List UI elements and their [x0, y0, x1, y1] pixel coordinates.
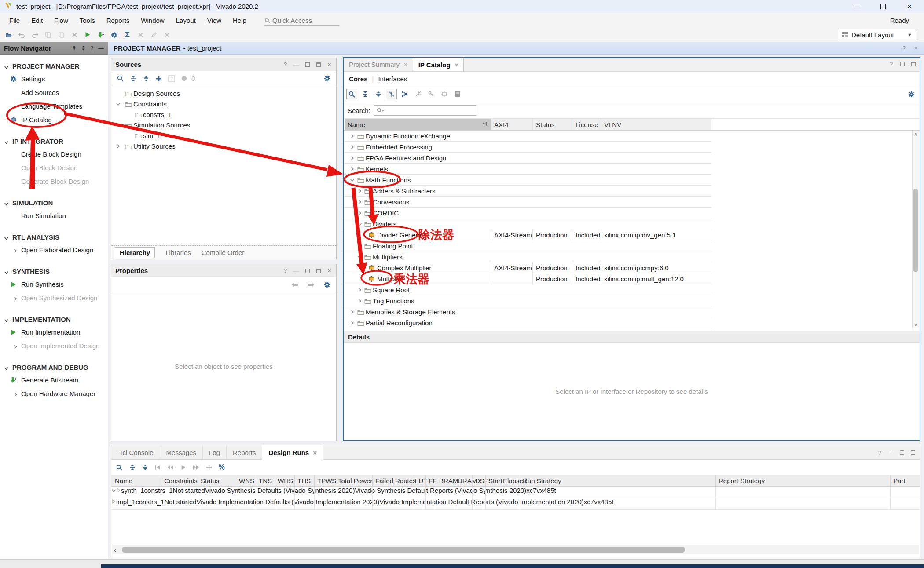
- chevron-down-icon[interactable]: [350, 175, 355, 186]
- column-header-name[interactable]: Name: [115, 475, 132, 486]
- ip-row-divider-generator[interactable]: Divider GeneratorAXI4-StreamProductionIn…: [344, 229, 920, 240]
- column-header-status[interactable]: Status: [201, 475, 220, 486]
- flow-item-run-simulation[interactable]: Run Simulation: [0, 209, 108, 222]
- ip-row-adders-subtracters[interactable]: Adders & Subtracters: [344, 186, 920, 197]
- column-header-dsp[interactable]: DSP: [475, 475, 489, 486]
- source-item-constraints[interactable]: Constraints: [111, 98, 336, 109]
- chevron-right-icon[interactable]: [357, 197, 362, 208]
- minimize-panel-icon[interactable]: —: [293, 268, 299, 273]
- menu-item-help[interactable]: Help: [227, 15, 252, 26]
- maximize-window-icon[interactable]: [873, 1, 893, 12]
- flow-section-simulation[interactable]: SIMULATION: [0, 197, 108, 209]
- minimize-panel-icon[interactable]: —: [98, 45, 104, 51]
- help-icon[interactable]: ?: [877, 450, 883, 455]
- open-recent-icon[interactable]: [3, 29, 15, 40]
- flow-item-generate-bitstream[interactable]: Generate Bitstream: [0, 373, 108, 387]
- customize-ip-icon[interactable]: [412, 89, 423, 99]
- add-sources-icon[interactable]: [153, 73, 164, 84]
- flow-item-settings[interactable]: Settings: [0, 72, 108, 86]
- search-icon[interactable]: [114, 462, 125, 473]
- chevron-right-icon[interactable]: [357, 240, 362, 251]
- help-box-icon[interactable]: ?: [166, 73, 177, 84]
- flow-item-generate-block-design[interactable]: Generate Block Design: [0, 175, 108, 188]
- ip-row-embedded-processing[interactable]: Embedded Processing: [344, 142, 920, 153]
- chevron-down-icon[interactable]: [116, 120, 121, 130]
- column-header-status[interactable]: Status: [536, 119, 555, 130]
- ip-row-multipliers[interactable]: Multipliers: [344, 251, 920, 262]
- expand-all-icon[interactable]: ⇕: [81, 45, 86, 51]
- copy-icon[interactable]: [42, 29, 54, 40]
- help-icon[interactable]: ?: [90, 45, 94, 51]
- percent-icon[interactable]: %: [216, 462, 227, 473]
- chevron-down-icon[interactable]: [357, 251, 362, 262]
- chevron-right-icon[interactable]: [350, 306, 355, 317]
- ip-row-math-functions[interactable]: Math Functions: [344, 175, 920, 186]
- chevron-down-icon[interactable]: [357, 218, 362, 229]
- tab-hierarchy[interactable]: Hierarchy: [115, 247, 155, 258]
- quick-access-input[interactable]: [272, 17, 325, 24]
- menu-item-flow[interactable]: Flow: [48, 15, 74, 26]
- source-item-design-sources[interactable]: Design Sources: [111, 88, 336, 98]
- close-window-icon[interactable]: ×: [899, 1, 920, 12]
- ip-row-trig-functions[interactable]: Trig Functions: [344, 295, 920, 306]
- collapse-all-icon[interactable]: [359, 89, 370, 99]
- minimize-panel-icon[interactable]: —: [293, 62, 299, 67]
- ip-row-multiplier[interactable]: MultiplierProductionIncludedxilinx.com:i…: [344, 273, 920, 284]
- tab-reports[interactable]: Reports: [227, 445, 263, 460]
- menu-item-file[interactable]: File: [4, 15, 26, 26]
- chevron-down-icon[interactable]: [116, 98, 121, 109]
- tab-compile-order[interactable]: Compile Order: [202, 249, 245, 256]
- ip-row-memories-storage-elements[interactable]: Memories & Storage Elements: [344, 306, 920, 317]
- ip-row-square-root[interactable]: Square Root: [344, 284, 920, 295]
- layout-selector[interactable]: Default Layout ▼: [838, 29, 916, 40]
- tab-interfaces[interactable]: Interfaces: [378, 75, 407, 83]
- chevron-right-icon[interactable]: [357, 295, 362, 306]
- float-panel-icon[interactable]: [910, 61, 916, 67]
- ip-row-kernels[interactable]: Kernels: [344, 164, 920, 175]
- ip-row-partial-reconfiguration[interactable]: Partial Reconfiguration: [344, 317, 920, 328]
- help-icon[interactable]: ?: [901, 45, 907, 51]
- redo-icon[interactable]: [29, 29, 41, 40]
- tab-design-runs[interactable]: Design Runs ×: [262, 445, 323, 460]
- flow-item-open-implemented-design[interactable]: Open Implemented Design: [0, 339, 108, 353]
- scroll-down-icon[interactable]: ∨: [913, 322, 919, 328]
- ip-row-fpga-features-and-design[interactable]: FPGA Features and Design: [344, 153, 920, 164]
- ip-row-dividers[interactable]: Dividers: [344, 218, 920, 229]
- chevron-right-icon[interactable]: [350, 131, 355, 142]
- gear-icon[interactable]: [906, 89, 917, 99]
- expand-all-icon[interactable]: [373, 89, 384, 99]
- flow-item-open-hardware-manager[interactable]: Open Hardware Manager: [0, 387, 108, 401]
- maximize-panel-icon[interactable]: [899, 61, 905, 67]
- flow-item-create-block-design[interactable]: Create Block Design: [0, 147, 108, 161]
- step-back-icon[interactable]: [165, 462, 176, 473]
- column-header-vlnv[interactable]: VLNV: [604, 119, 621, 130]
- column-header-uram[interactable]: URAM: [458, 475, 477, 486]
- column-header-ths[interactable]: THS: [297, 475, 311, 486]
- chevron-right-icon[interactable]: [350, 153, 355, 164]
- flow-section-program-and-debug[interactable]: PROGRAM AND DEBUG: [0, 361, 108, 373]
- run-icon[interactable]: [82, 29, 94, 40]
- menu-item-tools[interactable]: Tools: [74, 15, 101, 26]
- flow-section-synthesis[interactable]: SYNTHESIS: [0, 265, 108, 277]
- column-header-ff[interactable]: FF: [429, 475, 436, 486]
- chevron-right-icon[interactable]: [116, 141, 121, 151]
- flow-item-open-synthesized-design[interactable]: Open Synthesized Design: [0, 291, 108, 305]
- chevron-right-icon[interactable]: [350, 317, 355, 328]
- help-icon[interactable]: ?: [282, 268, 288, 273]
- chevron-right-icon[interactable]: [350, 142, 355, 153]
- run-row-synth-1[interactable]: synth_1constrs_1Not startedVivado Synthe…: [111, 487, 920, 498]
- flow-item-open-elaborated-design[interactable]: Open Elaborated Design: [0, 243, 108, 257]
- tab-messages[interactable]: Messages: [160, 445, 203, 460]
- tab-tcl-console[interactable]: Tcl Console: [113, 445, 160, 460]
- tab-cores[interactable]: Cores: [349, 75, 368, 83]
- collapse-all-icon[interactable]: ⇞: [72, 45, 77, 51]
- minimize-panel-icon[interactable]: —: [888, 450, 894, 455]
- source-item-simulation-sources[interactable]: Simulation Sources: [111, 120, 336, 130]
- tab-project-summary[interactable]: Project Summary ×: [344, 58, 413, 71]
- maximize-panel-icon[interactable]: [899, 450, 905, 455]
- tab-log[interactable]: Log: [203, 445, 227, 460]
- gear-icon[interactable]: [322, 280, 333, 290]
- column-header-tpws[interactable]: TPWS: [317, 475, 336, 486]
- stop-icon[interactable]: [161, 29, 173, 40]
- source-item-sim-1[interactable]: sim_1: [111, 130, 336, 141]
